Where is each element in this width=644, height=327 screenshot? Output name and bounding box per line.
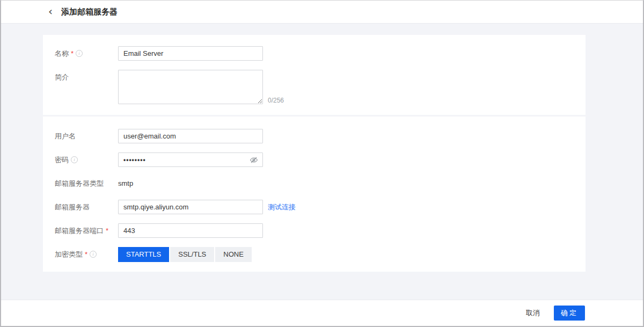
username-label-group: 用户名: [43, 129, 118, 143]
name-control: [118, 46, 263, 61]
password-label-group: 密码 i: [43, 152, 118, 167]
password-label: 密码: [55, 152, 69, 167]
port-label-group: 邮箱服务器端口 *: [43, 223, 118, 238]
form-content: 名称 * i 简介 0/256: [1, 24, 643, 300]
username-row: 用户名: [43, 129, 586, 143]
test-connection-link[interactable]: 测试连接: [268, 200, 296, 214]
server-control: 测试连接: [118, 200, 296, 214]
password-row: 密码 i: [43, 152, 586, 167]
info-icon[interactable]: i: [90, 251, 97, 258]
description-row: 简介 0/256: [43, 70, 586, 104]
footer-action-bar: 取消 确定: [1, 300, 643, 326]
server-label: 邮箱服务器: [55, 200, 90, 214]
username-control: [118, 129, 263, 143]
required-asterisk: *: [85, 247, 87, 261]
server-row: 邮箱服务器 测试连接: [43, 200, 586, 214]
encryption-segmented-control: STARTTLS SSL/TLS NONE: [118, 247, 252, 262]
encryption-row: 加密类型 * i STARTTLS SSL/TLS NONE: [43, 247, 586, 262]
server-input[interactable]: [118, 200, 263, 214]
name-input[interactable]: [118, 46, 263, 61]
back-icon[interactable]: ‹: [48, 6, 53, 17]
port-control: [118, 223, 263, 238]
info-icon[interactable]: i: [71, 156, 78, 163]
encryption-control: STARTTLS SSL/TLS NONE: [118, 247, 252, 262]
username-label: 用户名: [55, 129, 76, 143]
info-icon[interactable]: i: [76, 50, 83, 57]
encryption-label-group: 加密类型 * i: [43, 247, 118, 261]
confirm-button[interactable]: 确定: [554, 306, 585, 321]
char-counter: 0/256: [268, 97, 284, 104]
password-field-wrapper: [118, 152, 263, 167]
port-row: 邮箱服务器端口 *: [43, 223, 586, 238]
server-type-value: smtp: [118, 176, 133, 191]
username-input[interactable]: [118, 129, 263, 143]
encryption-option-ssltls[interactable]: SSL/TLS: [170, 247, 214, 262]
name-label-group: 名称 * i: [43, 46, 118, 61]
description-control: 0/256: [118, 70, 284, 104]
required-asterisk: *: [71, 46, 74, 61]
add-mail-server-page: ‹ 添加邮箱服务器 名称 * i 简介: [0, 0, 644, 327]
description-label: 简介: [55, 70, 69, 84]
port-label: 邮箱服务器端口: [55, 223, 104, 238]
password-control: [118, 152, 263, 167]
server-type-row: 邮箱服务器类型 smtp: [43, 176, 586, 191]
description-label-group: 简介: [43, 70, 118, 84]
description-textarea[interactable]: [118, 70, 263, 104]
encryption-option-starttls[interactable]: STARTTLS: [118, 247, 169, 262]
encryption-option-none[interactable]: NONE: [215, 247, 252, 262]
cancel-button[interactable]: 取消: [526, 308, 540, 318]
server-label-group: 邮箱服务器: [43, 200, 118, 214]
server-type-control: smtp: [118, 176, 133, 191]
eye-off-icon[interactable]: [249, 155, 259, 165]
encryption-label: 加密类型: [55, 247, 83, 261]
name-label: 名称: [55, 46, 69, 61]
port-input[interactable]: [118, 223, 263, 238]
server-type-label-group: 邮箱服务器类型: [43, 176, 118, 191]
name-row: 名称 * i: [43, 46, 586, 61]
page-title: 添加邮箱服务器: [61, 7, 118, 17]
required-asterisk: *: [106, 223, 108, 238]
basic-info-card: 名称 * i 简介 0/256: [43, 35, 586, 115]
server-type-label: 邮箱服务器类型: [55, 176, 104, 191]
password-input[interactable]: [118, 152, 263, 167]
page-header: ‹ 添加邮箱服务器: [1, 1, 643, 24]
server-settings-card: 用户名 密码 i: [43, 117, 586, 272]
